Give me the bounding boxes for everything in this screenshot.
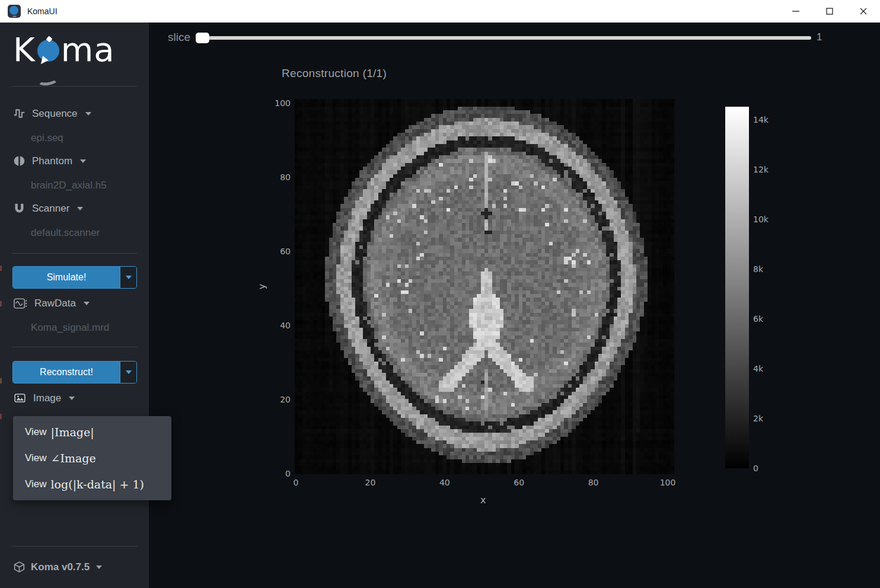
simulate-options-button[interactable] [120,267,136,288]
overview-ruler-mark [0,301,2,306]
colorbar-tick-label: 4k [753,363,763,374]
simulate-split-button: Simulate! [12,266,137,289]
rawdata-file: Koma_signal.mrd [31,322,109,334]
y-tick-label: 20 [261,394,291,405]
sequence-icon [13,107,25,120]
close-icon [860,8,867,15]
menu-item-math: log(|k-data| + 1) [51,478,144,491]
menu-item-prefix: View [25,478,47,490]
chevron-down-icon [69,397,75,400]
phantom-label: Phantom [32,155,72,167]
chevron-down-icon [96,565,102,569]
app-icon-stand [12,15,17,17]
x-tick-label: 80 [582,477,605,488]
overview-ruler-mark [0,266,2,271]
minimize-button[interactable] [779,0,812,23]
x-axis-label: x [480,494,486,506]
y-tick-label: 40 [261,320,291,331]
colorbar-tick-label: 8k [753,264,763,274]
sidebar: Kma Sequence epi.seq Phantom brain2D_axi… [0,23,149,588]
reconstruct-button[interactable]: Reconstruct! [13,362,120,383]
scanner-label: Scanner [32,203,69,215]
scanner-magnet-icon [13,202,25,215]
chevron-down-icon [77,207,83,210]
colorbar-tick-label: 10k [753,214,769,225]
chevron-down-icon [80,159,86,163]
menu-item-math: ∠Image [51,452,96,465]
logo-globe-stand [36,74,59,87]
colorbar-tick-label: 6k [753,314,763,324]
divider [12,347,137,347]
logo-globe-icon [37,40,59,62]
colorbar-tick-label: 0 [753,463,758,474]
divider [12,86,137,87]
app-icon-globe [9,6,18,15]
x-tick-label: 60 [507,477,531,488]
divider [12,253,137,254]
colorbar-tick-label: 14k [753,114,769,125]
image-menu: View |Image| View ∠Image View log(|k-dat… [13,416,171,500]
menu-item-view-angle-image[interactable]: View ∠Image [13,445,171,471]
menu-item-math: |Image| [51,426,94,439]
slice-slider-label: slice [168,31,190,44]
package-icon [13,561,25,573]
y-axis-label: y [256,284,267,289]
phantom-dropdown[interactable]: Phantom [13,155,86,167]
version-label: Koma v0.7.5 [31,561,90,573]
overview-ruler-mark [0,378,2,384]
sequence-dropdown[interactable]: Sequence [13,107,91,120]
logo-text-k: K [13,30,36,69]
x-tick-label: 100 [656,477,680,488]
chevron-down-icon [126,370,132,374]
reconstruct-split-button: Reconstruct! [12,361,137,384]
minimize-icon [792,8,799,15]
colorbar-tick-label: 12k [753,164,769,175]
version-dropdown[interactable]: Koma v0.7.5 [13,561,102,573]
plot-title: Reconstruction (1/1) [282,67,387,80]
chevron-down-icon [85,112,91,116]
window-controls [779,0,880,23]
slice-slider-thumb[interactable] [196,33,209,43]
rawdata-signal-icon [13,297,28,310]
rawdata-dropdown[interactable]: RawData [13,297,90,310]
y-tick-label: 0 [261,468,291,479]
maximize-button[interactable] [812,0,846,23]
phantom-file: brain2D_axial.h5 [31,180,107,191]
maximize-icon [826,8,833,15]
divider [12,546,137,547]
scanner-file: default.scanner [31,227,100,239]
image-label: Image [33,392,61,404]
simulate-button[interactable]: Simulate! [13,267,120,288]
reconstruct-options-button[interactable] [120,362,136,383]
chevron-down-icon [126,276,132,279]
window-title: KomaUI [27,7,58,16]
app-icon [8,5,21,18]
koma-logo: Kma [13,33,115,66]
logo-text-ma: ma [61,30,115,69]
x-tick-label: 40 [433,477,457,488]
sequence-file: epi.seq [31,132,63,144]
menu-item-view-log-kdata[interactable]: View log(|k-data| + 1) [13,471,171,497]
image-dropdown[interactable]: Image [13,392,75,404]
y-tick-label: 60 [261,246,291,257]
colorbar-tick-label: 2k [753,413,763,424]
reconstruction-image[interactable] [295,99,674,474]
titlebar: KomaUI [0,0,880,23]
y-tick-label: 80 [261,172,291,183]
overview-ruler-mark [0,414,2,419]
y-tick-label: 100 [261,98,291,108]
scanner-dropdown[interactable]: Scanner [13,202,83,215]
menu-item-prefix: View [25,452,47,464]
chevron-down-icon [84,302,90,305]
sequence-label: Sequence [32,108,78,120]
menu-item-prefix: View [25,426,47,438]
slice-slider-value: 1 [817,31,822,43]
phantom-brain-icon [13,155,25,167]
close-button[interactable] [846,0,880,23]
x-tick-label: 20 [358,477,382,488]
menu-item-view-abs-image[interactable]: View |Image| [13,419,171,445]
slice-slider-track[interactable] [196,36,811,40]
colorbar [725,107,749,468]
rawdata-label: RawData [34,298,76,309]
image-icon [13,392,27,404]
